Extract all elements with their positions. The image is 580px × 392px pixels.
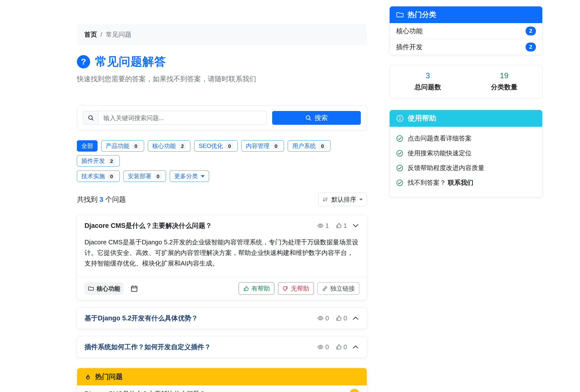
breadcrumb-separator: /	[101, 31, 102, 38]
help-item-text: 找不到答案？ 联系我们	[408, 178, 473, 187]
page-title-text: 常见问题解答	[95, 54, 166, 69]
filter-chip-content[interactable]: 内容管理 0	[241, 140, 284, 152]
hot-questions-header: 热门问题	[77, 368, 367, 385]
helpful-button[interactable]: 有帮助	[239, 282, 274, 295]
filter-chip-plugin[interactable]: 插件开发 2	[77, 155, 120, 167]
caret-down-icon	[359, 198, 363, 200]
check-circle-icon	[396, 135, 403, 142]
sort-dropdown[interactable]: 默认排序	[318, 193, 367, 206]
filter-chip-tech[interactable]: 技术实施 0	[77, 171, 120, 182]
sort-icon	[322, 196, 328, 202]
results-count: 3	[100, 196, 103, 203]
filter-more-dropdown[interactable]: 更多分类	[170, 171, 209, 182]
hot-question-text: Djacore CMS是什么？主要解决什么问题？	[84, 390, 206, 392]
info-icon	[396, 114, 404, 122]
category-count-badge: 2	[526, 43, 536, 51]
help-item-2: 使用搜索功能快速定位	[396, 149, 536, 158]
view-count-value: 0	[325, 314, 329, 322]
view-count: 1	[317, 222, 329, 230]
thumb-down-icon	[283, 286, 289, 292]
hot-question-item-1[interactable]: Djacore CMS是什么？主要解决什么问题？ 1	[77, 385, 367, 392]
search-icon	[83, 111, 98, 125]
contact-us-link[interactable]: 联系我们	[448, 179, 473, 186]
view-count: 0	[317, 314, 329, 322]
filter-chip-seo[interactable]: SEO优化 0	[194, 140, 237, 152]
check-circle-icon	[396, 150, 403, 157]
breadcrumb-current: 常见问题	[106, 30, 131, 39]
hot-categories-card: 热门分类 核心功能 2 插件开发 2	[389, 6, 543, 55]
filter-chip-user[interactable]: 用户系统 0	[288, 140, 330, 152]
filter-row-1: 全部 产品功能 0 核心功能 2 SEO优化 0 内容管理 0 用户系统 0 插…	[77, 140, 367, 167]
like-count: 0	[335, 314, 347, 322]
faq-3-stats: 0 0	[317, 343, 359, 351]
filter-chip-label: SEO优化	[198, 142, 223, 150]
page-title: ? 常见问题解答	[77, 54, 367, 69]
chevron-up-icon	[352, 343, 359, 351]
view-count-value: 1	[325, 222, 329, 230]
main-column: 首页 / 常见问题 ? 常见问题解答 快速找到您需要的答案，如果找不到答案，请随…	[77, 24, 367, 392]
help-item-3: 反馈帮助程度改进内容质量	[396, 164, 536, 172]
search-icon	[305, 115, 311, 121]
not-helpful-button[interactable]: 无帮助	[278, 282, 314, 295]
faq-1-header[interactable]: Djacore CMS是什么？主要解决什么问题？ 1 1	[77, 215, 367, 236]
calendar-icon	[131, 285, 138, 292]
filter-chip-product[interactable]: 产品功能 0	[101, 140, 144, 152]
filter-chip-count: 0	[154, 173, 162, 180]
thumb-up-icon	[243, 286, 249, 292]
results-prefix: 共找到	[77, 196, 98, 203]
link-icon	[322, 286, 328, 292]
like-count: 1	[335, 222, 347, 230]
filter-chip-all[interactable]: 全部	[77, 140, 98, 152]
page-subtitle: 快速找到您需要的答案，如果找不到答案，请随时联系我们	[77, 74, 367, 84]
search-button[interactable]: 搜索	[272, 111, 361, 125]
usage-help-title: 使用帮助	[408, 113, 436, 123]
help-item-prefix: 找不到答案？	[408, 179, 446, 186]
search-input[interactable]	[98, 111, 267, 125]
like-count: 0	[335, 343, 347, 351]
help-item-text: 反馈帮助程度改进内容质量	[408, 164, 484, 172]
view-count: 0	[317, 343, 329, 351]
filter-chip-install[interactable]: 安装部署 0	[123, 171, 166, 182]
filter-chip-count: 0	[272, 142, 280, 150]
flame-icon	[84, 373, 91, 380]
stat-category-count: 19 分类数量	[466, 71, 542, 92]
faq-1-stats: 1 1	[317, 222, 359, 230]
filter-chip-count: 0	[226, 142, 233, 150]
faq-card-2: 基于Django 5.2开发有什么具体优势？ 0 0	[77, 308, 367, 329]
like-count-value: 0	[344, 314, 347, 322]
filter-chip-count: 0	[319, 142, 326, 150]
stat-categories-value: 19	[466, 71, 542, 80]
filter-chip-core[interactable]: 核心功能 2	[148, 140, 191, 152]
filter-chip-count: 0	[108, 173, 115, 180]
sidebar: 热门分类 核心功能 2 插件开发 2 3 总问题数 19 分类数量 使用帮助	[389, 6, 543, 197]
filter-chip-count: 2	[108, 158, 115, 165]
category-item-core[interactable]: 核心功能 2	[390, 23, 542, 39]
faq-1-footer: 核心功能 有帮助 无帮助	[77, 277, 367, 300]
faq-2-header[interactable]: 基于Django 5.2开发有什么具体优势？ 0 0	[77, 308, 367, 328]
permalink-button-label: 独立链接	[330, 285, 355, 293]
filter-chip-label: 用户系统	[292, 142, 316, 150]
search-card: 搜索	[77, 105, 367, 130]
permalink-button[interactable]: 独立链接	[317, 282, 359, 295]
category-count-badge: 2	[526, 27, 536, 35]
chevron-up-icon	[352, 314, 359, 322]
thumb-up-icon	[335, 315, 342, 321]
check-circle-icon	[396, 164, 403, 172]
thumb-up-icon	[335, 222, 342, 229]
folder-icon	[396, 11, 404, 19]
filter-chip-count: 0	[132, 142, 140, 150]
filter-chip-count: 2	[179, 142, 186, 150]
breadcrumb-home-link[interactable]: 首页	[84, 30, 97, 39]
stat-categories-label: 分类数量	[466, 83, 542, 92]
results-suffix: 个问题	[105, 196, 126, 203]
faq-1-category-badge[interactable]: 核心功能	[84, 283, 124, 295]
breadcrumb: 首页 / 常见问题	[77, 24, 367, 45]
stats-card: 3 总问题数 19 分类数量	[389, 65, 543, 98]
usage-help-header: 使用帮助	[390, 110, 542, 127]
sort-label: 默认排序	[331, 196, 356, 203]
faq-3-header[interactable]: 插件系统如何工作？如何开发自定义插件？ 0 0	[77, 337, 367, 357]
stat-questions-label: 总问题数	[390, 83, 466, 92]
category-item-plugin[interactable]: 插件开发 2	[390, 39, 542, 55]
like-count-value: 0	[344, 343, 347, 351]
help-item-1: 点击问题查看详细答案	[396, 134, 536, 143]
